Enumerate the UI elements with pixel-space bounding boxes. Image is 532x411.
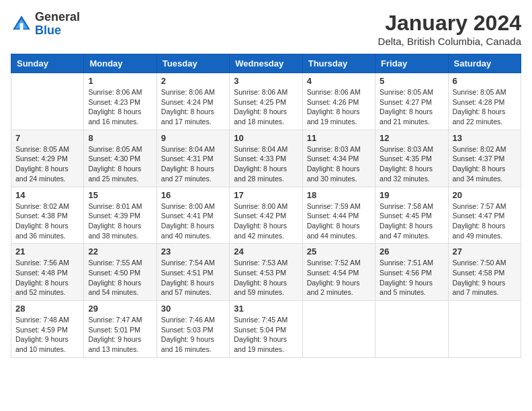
page-header: General Blue January 2024 Delta, British… bbox=[11, 11, 521, 47]
calendar-cell: 31Sunrise: 7:45 AM Sunset: 5:04 PM Dayli… bbox=[230, 301, 302, 358]
calendar-cell: 16Sunrise: 8:00 AM Sunset: 4:41 PM Dayli… bbox=[157, 187, 229, 244]
day-info: Sunrise: 8:00 AM Sunset: 4:41 PM Dayligh… bbox=[161, 201, 225, 241]
day-number: 2 bbox=[161, 76, 225, 86]
day-number: 21 bbox=[15, 246, 79, 257]
day-number: 6 bbox=[453, 76, 517, 86]
logo-icon bbox=[11, 13, 32, 35]
day-number: 12 bbox=[380, 133, 443, 143]
calendar-cell bbox=[11, 73, 84, 130]
day-number: 24 bbox=[234, 246, 298, 257]
calendar-table: SundayMondayTuesdayWednesdayThursdayFrid… bbox=[11, 54, 521, 358]
calendar-cell: 20Sunrise: 7:57 AM Sunset: 4:47 PM Dayli… bbox=[448, 187, 521, 244]
day-number: 30 bbox=[161, 304, 225, 314]
day-info: Sunrise: 8:02 AM Sunset: 4:37 PM Dayligh… bbox=[453, 144, 517, 184]
day-info: Sunrise: 8:06 AM Sunset: 4:24 PM Dayligh… bbox=[161, 87, 225, 127]
day-info: Sunrise: 8:03 AM Sunset: 4:34 PM Dayligh… bbox=[307, 144, 371, 184]
calendar-cell: 27Sunrise: 7:50 AM Sunset: 4:58 PM Dayli… bbox=[448, 244, 521, 301]
day-info: Sunrise: 8:06 AM Sunset: 4:23 PM Dayligh… bbox=[88, 87, 152, 127]
weekday-header-friday: Friday bbox=[375, 54, 448, 73]
day-info: Sunrise: 7:52 AM Sunset: 4:54 PM Dayligh… bbox=[307, 258, 371, 298]
day-info: Sunrise: 8:05 AM Sunset: 4:28 PM Dayligh… bbox=[453, 87, 517, 127]
calendar-cell: 5Sunrise: 8:05 AM Sunset: 4:27 PM Daylig… bbox=[375, 73, 448, 130]
calendar-cell: 10Sunrise: 8:04 AM Sunset: 4:33 PM Dayli… bbox=[230, 130, 302, 187]
calendar-cell bbox=[302, 301, 375, 358]
calendar-cell: 22Sunrise: 7:55 AM Sunset: 4:50 PM Dayli… bbox=[84, 244, 157, 301]
calendar-cell: 26Sunrise: 7:51 AM Sunset: 4:56 PM Dayli… bbox=[375, 244, 448, 301]
calendar-cell: 25Sunrise: 7:52 AM Sunset: 4:54 PM Dayli… bbox=[302, 244, 375, 301]
logo-blue-text: Blue bbox=[35, 24, 61, 37]
calendar-cell: 11Sunrise: 8:03 AM Sunset: 4:34 PM Dayli… bbox=[302, 130, 375, 187]
calendar-cell: 2Sunrise: 8:06 AM Sunset: 4:24 PM Daylig… bbox=[157, 73, 229, 130]
day-info: Sunrise: 8:04 AM Sunset: 4:33 PM Dayligh… bbox=[234, 144, 298, 184]
calendar-week-row: 1Sunrise: 8:06 AM Sunset: 4:23 PM Daylig… bbox=[11, 73, 521, 130]
calendar-cell: 29Sunrise: 7:47 AM Sunset: 5:01 PM Dayli… bbox=[84, 301, 157, 358]
day-info: Sunrise: 8:02 AM Sunset: 4:38 PM Dayligh… bbox=[15, 201, 79, 241]
calendar-week-row: 21Sunrise: 7:56 AM Sunset: 4:48 PM Dayli… bbox=[11, 244, 521, 301]
day-number: 18 bbox=[307, 190, 371, 200]
weekday-header-monday: Monday bbox=[84, 54, 157, 73]
day-number: 29 bbox=[88, 304, 152, 314]
calendar-cell: 21Sunrise: 7:56 AM Sunset: 4:48 PM Dayli… bbox=[11, 244, 84, 301]
weekday-header-saturday: Saturday bbox=[448, 54, 521, 73]
day-info: Sunrise: 7:46 AM Sunset: 5:03 PM Dayligh… bbox=[161, 315, 225, 355]
location-title: Delta, British Columbia, Canada bbox=[378, 36, 521, 47]
weekday-header-wednesday: Wednesday bbox=[230, 54, 302, 73]
day-number: 8 bbox=[88, 133, 152, 143]
day-number: 27 bbox=[453, 246, 517, 257]
title-block: January 2024 Delta, British Columbia, Ca… bbox=[378, 11, 521, 47]
day-info: Sunrise: 7:51 AM Sunset: 4:56 PM Dayligh… bbox=[380, 258, 443, 298]
day-info: Sunrise: 7:59 AM Sunset: 4:44 PM Dayligh… bbox=[307, 201, 371, 241]
day-number: 3 bbox=[234, 76, 298, 86]
day-number: 28 bbox=[15, 304, 79, 314]
day-number: 20 bbox=[453, 190, 517, 200]
day-info: Sunrise: 8:06 AM Sunset: 4:25 PM Dayligh… bbox=[234, 87, 298, 127]
day-number: 23 bbox=[161, 246, 225, 257]
calendar-cell: 13Sunrise: 8:02 AM Sunset: 4:37 PM Dayli… bbox=[448, 130, 521, 187]
calendar-cell: 24Sunrise: 7:53 AM Sunset: 4:53 PM Dayli… bbox=[230, 244, 302, 301]
day-info: Sunrise: 8:06 AM Sunset: 4:26 PM Dayligh… bbox=[307, 87, 371, 127]
calendar-cell bbox=[375, 301, 448, 358]
day-number: 19 bbox=[380, 190, 443, 200]
day-number: 17 bbox=[234, 190, 298, 200]
calendar-cell: 19Sunrise: 7:58 AM Sunset: 4:45 PM Dayli… bbox=[375, 187, 448, 244]
calendar-cell: 3Sunrise: 8:06 AM Sunset: 4:25 PM Daylig… bbox=[230, 73, 302, 130]
day-number: 25 bbox=[307, 246, 371, 257]
day-info: Sunrise: 8:05 AM Sunset: 4:29 PM Dayligh… bbox=[15, 144, 79, 184]
calendar-cell: 30Sunrise: 7:46 AM Sunset: 5:03 PM Dayli… bbox=[157, 301, 229, 358]
weekday-header-thursday: Thursday bbox=[302, 54, 375, 73]
weekday-header-row: SundayMondayTuesdayWednesdayThursdayFrid… bbox=[11, 54, 521, 73]
day-number: 9 bbox=[161, 133, 225, 143]
month-title: January 2024 bbox=[378, 11, 521, 36]
day-number: 13 bbox=[453, 133, 517, 143]
day-number: 22 bbox=[88, 246, 152, 257]
day-info: Sunrise: 7:58 AM Sunset: 4:45 PM Dayligh… bbox=[380, 201, 443, 241]
calendar-cell: 15Sunrise: 8:01 AM Sunset: 4:39 PM Dayli… bbox=[84, 187, 157, 244]
day-info: Sunrise: 7:47 AM Sunset: 5:01 PM Dayligh… bbox=[88, 315, 152, 355]
calendar-cell: 6Sunrise: 8:05 AM Sunset: 4:28 PM Daylig… bbox=[448, 73, 521, 130]
day-number: 26 bbox=[380, 246, 443, 257]
calendar-cell: 14Sunrise: 8:02 AM Sunset: 4:38 PM Dayli… bbox=[11, 187, 84, 244]
day-info: Sunrise: 8:04 AM Sunset: 4:31 PM Dayligh… bbox=[161, 144, 225, 184]
day-info: Sunrise: 7:56 AM Sunset: 4:48 PM Dayligh… bbox=[15, 258, 79, 298]
day-info: Sunrise: 7:48 AM Sunset: 4:59 PM Dayligh… bbox=[15, 315, 79, 355]
logo: General Blue bbox=[11, 11, 80, 38]
calendar-cell: 18Sunrise: 7:59 AM Sunset: 4:44 PM Dayli… bbox=[302, 187, 375, 244]
day-info: Sunrise: 8:00 AM Sunset: 4:42 PM Dayligh… bbox=[234, 201, 298, 241]
day-info: Sunrise: 7:50 AM Sunset: 4:58 PM Dayligh… bbox=[453, 258, 517, 298]
day-number: 7 bbox=[15, 133, 79, 143]
day-info: Sunrise: 7:53 AM Sunset: 4:53 PM Dayligh… bbox=[234, 258, 298, 298]
day-info: Sunrise: 8:03 AM Sunset: 4:35 PM Dayligh… bbox=[380, 144, 443, 184]
day-info: Sunrise: 7:54 AM Sunset: 4:51 PM Dayligh… bbox=[161, 258, 225, 298]
day-info: Sunrise: 7:57 AM Sunset: 4:47 PM Dayligh… bbox=[453, 201, 517, 241]
day-number: 10 bbox=[234, 133, 298, 143]
calendar-cell: 9Sunrise: 8:04 AM Sunset: 4:31 PM Daylig… bbox=[157, 130, 229, 187]
calendar-cell: 28Sunrise: 7:48 AM Sunset: 4:59 PM Dayli… bbox=[11, 301, 84, 358]
day-number: 15 bbox=[88, 190, 152, 200]
day-info: Sunrise: 8:05 AM Sunset: 4:27 PM Dayligh… bbox=[380, 87, 443, 127]
weekday-header-sunday: Sunday bbox=[11, 54, 84, 73]
calendar-cell: 12Sunrise: 8:03 AM Sunset: 4:35 PM Dayli… bbox=[375, 130, 448, 187]
day-number: 5 bbox=[380, 76, 443, 86]
calendar-cell: 23Sunrise: 7:54 AM Sunset: 4:51 PM Dayli… bbox=[157, 244, 229, 301]
calendar-cell: 17Sunrise: 8:00 AM Sunset: 4:42 PM Dayli… bbox=[230, 187, 302, 244]
calendar-cell: 7Sunrise: 8:05 AM Sunset: 4:29 PM Daylig… bbox=[11, 130, 84, 187]
